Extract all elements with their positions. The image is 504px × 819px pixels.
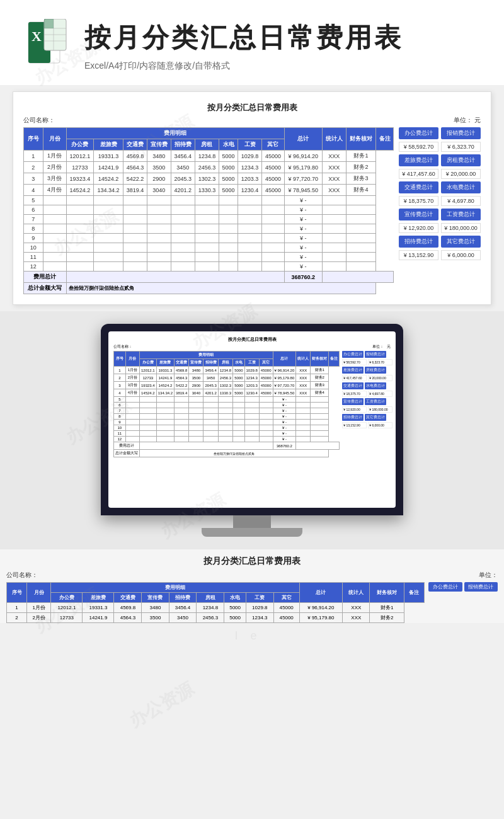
bot-adv-btn[interactable]: 报销费总计 [464, 582, 498, 592]
bt-accountant: 统计人 [343, 583, 370, 603]
bottom-company: 公司名称： [6, 571, 38, 580]
expense-total-label: 费用总计 [24, 272, 67, 283]
table-row: 5 ¥ - [24, 196, 394, 205]
svg-rect-8 [44, 19, 54, 28]
title-section: X 按月分类汇总日常费用表 Excel/A4打印/内容随意修改/自带格式 [0, 0, 504, 85]
monitor-neck [233, 515, 271, 528]
rent-total-val: ¥ 20,000.00 [441, 169, 481, 179]
preview-card-top: 按月分类汇总日常费用表 公司名称： 单位： 元 序号 月份 费用明细 总计 统计… [13, 91, 491, 305]
expense-total-val [66, 272, 284, 283]
utility-total-val: ¥ 4,697.80 [441, 196, 481, 206]
bottom-meta: 公司名称： 单位： [6, 571, 498, 580]
excel-icon: X [25, 19, 69, 72]
table-row: 3 3月份 19323.4 14524.2 5422.2 2900 2045.3… [24, 173, 394, 185]
bot-office-btn[interactable]: 办公费总计 [428, 582, 462, 592]
col-transport: 交通费 [123, 139, 147, 151]
sum-val-row-2: ¥ 417,457.60 ¥ 20,000.00 [399, 169, 481, 179]
transport-total-btn[interactable]: 交通费总计 [399, 181, 438, 193]
mini-spreadsheet: 按月分类汇总日常费用表 公司名称：单位： 元 序号月份 费用明细 总计统计人 [113, 336, 391, 457]
travel-total-btn[interactable]: 差旅费总计 [399, 154, 438, 166]
bottom-spread-wrap: 序号 月份 费用明细 总计 统计人 财务核对 备注 办公费 差旅费 交通费 宣传… [6, 582, 498, 623]
bottom-section: 按月分类汇总日常费用表 公司名称： 单位： 序号 月份 费用明细 总计 统计人 … [0, 549, 504, 623]
office-total-val: ¥ 58,592.70 [399, 142, 438, 152]
spreadsheet-meta: 公司名称： 单位： 元 [23, 116, 481, 125]
mini-table: 序号月份 费用明细 总计统计人 财务核对备注 办公费差旅费交通费宣传费招待费 房… [113, 351, 340, 457]
main-table: 序号 月份 费用明细 总计 统计人 财务核对 备注 办公费 差旅费 交通费 宣传… [23, 127, 394, 294]
bottom-table-row: 22月份 1273314241.94564.3 350034502456.3 5… [7, 613, 425, 623]
sum-row-4: 宣传费总计 工资费总计 [399, 209, 481, 220]
advertising-total-btn[interactable]: 报销费总计 [441, 127, 481, 139]
other-total-val: ¥ 13,152.90 [399, 250, 438, 260]
col-wage: 工资 [238, 139, 261, 151]
reception-total-btn[interactable]: 宣传费总计 [399, 209, 438, 220]
col-other: 其它 [262, 139, 284, 151]
col-advertising: 招待费 [171, 139, 195, 151]
reception-total-val: ¥ 12,920.00 [399, 223, 438, 233]
bt-seq: 序号 [7, 583, 27, 603]
total-sum: 368760.2 [284, 272, 322, 283]
mini-summary: 办公费总计 报销费总计 ¥ 58,592.70 ¥ 6,323.70 差旅费总计… [342, 351, 392, 457]
unit-info: 单位： 元 [454, 116, 481, 125]
spreadsheet-content: 序号 月份 费用明细 总计 统计人 财务核对 备注 办公费 差旅费 交通费 宣传… [23, 127, 481, 294]
table-row: 8 ¥ - [24, 224, 394, 234]
other-total-btn[interactable]: 招待费总计 [399, 236, 438, 248]
monitor-base [101, 515, 403, 537]
bt-finance: 财务核对 [370, 583, 404, 603]
sum-val-row-3: ¥ 18,375.70 ¥ 4,697.80 [399, 196, 481, 206]
col-total: 总计 [284, 128, 322, 151]
monitor: 按月分类汇总日常费用表 公司名称：单位： 元 序号月份 费用明细 总计统计人 [101, 324, 403, 515]
table-row: 6 ¥ - [24, 205, 394, 215]
col-accountant: 统计人 [323, 128, 346, 151]
bottom-summary-panel: 办公费总计 报销费总计 [428, 582, 498, 623]
misc-total-btn[interactable]: 其它费总计 [441, 236, 481, 248]
bt-expense: 费用明细 [51, 583, 299, 593]
sum-row-3: 交通费总计 水电费总计 [399, 181, 481, 193]
col-rent: 房租 [195, 139, 219, 151]
col-utility: 水电 [219, 139, 238, 151]
sum-val-row-5: ¥ 13,152.90 ¥ 6,000.00 [399, 250, 481, 260]
office-total-btn[interactable]: 办公费总计 [399, 127, 438, 139]
col-notes: 备注 [376, 128, 394, 151]
utility-total-btn[interactable]: 水电费总计 [441, 181, 481, 193]
rent-total-btn[interactable]: 房租费总计 [441, 154, 481, 166]
col-travel: 差旅费 [94, 139, 123, 151]
table-row: 4 4月份 14524.2 134.34.2 3819.4 3040 4201.… [24, 185, 394, 196]
table-row: 11 ¥ - [24, 253, 394, 262]
sum-row-2: 差旅费总计 房租费总计 [399, 154, 481, 166]
footer-watermark: Ie [0, 623, 504, 649]
table-row: 7 ¥ - [24, 215, 394, 224]
computer-section: 按月分类汇总日常费用表 公司名称：单位： 元 序号月份 费用明细 总计统计人 [0, 311, 504, 549]
wage-total-btn[interactable]: 工资费总计 [441, 209, 481, 220]
monitor-stand [202, 528, 302, 537]
summary-panel: 办公费总计 报销费总计 ¥ 58,592.70 ¥ 6,323.70 差旅费总计… [399, 127, 481, 294]
title-text: 按月分类汇总日常费用表 Excel/A4打印/内容随意修改/自带格式 [84, 20, 403, 72]
sum-row-5: 招待费总计 其它费总计 [399, 236, 481, 248]
sum-val-row-4: ¥ 12,920.00 ¥ 180,000.00 [399, 223, 481, 233]
transport-total-val: ¥ 18,375.70 [399, 196, 438, 206]
grand-label: 总计金额大写 [24, 283, 67, 294]
col-expense-detail: 费用明细 [66, 128, 284, 139]
svg-text:X: X [32, 28, 42, 44]
table-row: 2 2月份 12733 14241.9 4564.3 3500 3450 245… [24, 162, 394, 173]
advertising-total-val: ¥ 6,323.70 [441, 142, 481, 152]
wage-total-val: ¥ 180,000.00 [441, 223, 481, 233]
table-row: 10 ¥ - [24, 243, 394, 253]
bt-notes: 备注 [404, 583, 424, 603]
bottom-unit: 单位： [479, 571, 498, 580]
travel-total-val: ¥ 417,457.60 [399, 169, 438, 179]
spreadsheet-title: 按月分类汇总日常费用表 [23, 102, 481, 113]
bottom-table-row: 11月份 12012.119331.34569.8 34803456.41234… [7, 603, 425, 613]
mini-spread-wrap: 序号月份 费用明细 总计统计人 财务核对备注 办公费差旅费交通费宣传费招待费 房… [113, 351, 391, 457]
table-row: 9 ¥ - [24, 234, 394, 243]
bt-month: 月份 [27, 583, 51, 603]
col-seq: 序号 [24, 128, 43, 151]
bt-total: 总计 [299, 583, 343, 603]
grand-val: 叁拾陆万捌仟柒佰陆拾点贰角 [66, 283, 376, 294]
col-month: 月份 [43, 128, 66, 151]
table-row: 12 ¥ - [24, 262, 394, 272]
misc-total-val: ¥ 6,000.00 [441, 250, 481, 260]
table-row: 1 1月份 12012.1 19331.3 4569.8 3480 3456.4… [24, 151, 394, 162]
col-finance: 财务核对 [346, 128, 376, 151]
col-reception: 宣传费 [147, 139, 171, 151]
col-office: 办公费 [66, 139, 94, 151]
